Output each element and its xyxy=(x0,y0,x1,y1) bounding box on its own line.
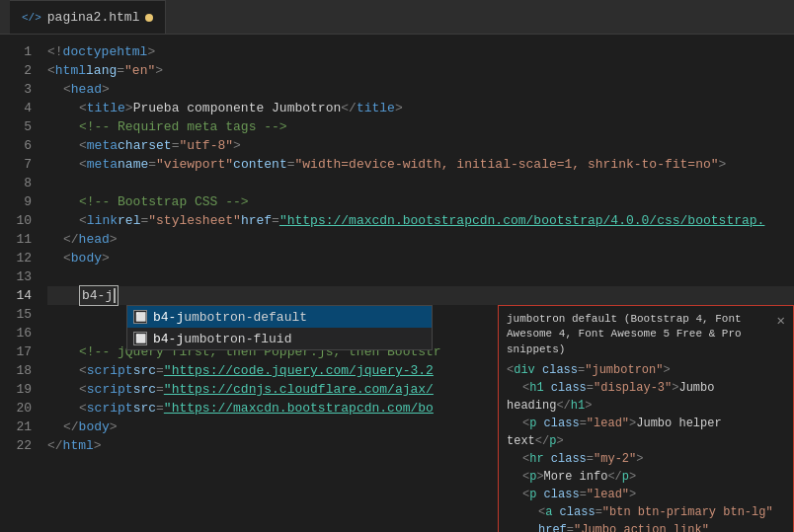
line-num-8: 8 xyxy=(0,174,32,192)
autocomplete-label-2: b4-jumbotron-fluid xyxy=(153,332,291,346)
line-num-6: 6 xyxy=(0,136,32,155)
line-num-19: 19 xyxy=(0,380,32,399)
modified-dot xyxy=(145,14,153,22)
code-line-11: </head> xyxy=(47,230,794,249)
line-num-5: 5 xyxy=(0,117,32,136)
code-line-13 xyxy=(47,267,794,286)
line-num-16: 16 xyxy=(0,324,32,342)
line-num-10: 10 xyxy=(0,211,32,230)
autocomplete-item-1[interactable]: ⬜ b4-jumbotron-default xyxy=(127,306,432,328)
code-line-1: <!doctype html> xyxy=(47,42,794,61)
preview-code-line-7: <a class="btn btn-primary btn-lg" xyxy=(507,503,785,521)
preview-header: jumbotron default (Bootstrap 4, Font Awe… xyxy=(507,312,785,357)
code-line-8 xyxy=(47,174,794,192)
code-line-5: <!-- Required meta tags --> xyxy=(47,117,794,136)
code-line-10: <link rel="stylesheet" href="https://max… xyxy=(47,211,794,230)
line-num-21: 21 xyxy=(0,418,32,436)
preview-code-line-6: <p class="lead"> xyxy=(507,486,785,503)
tab-bar: </> pagina2.html xyxy=(0,0,794,35)
line-num-18: 18 xyxy=(0,361,32,380)
preview-title: jumbotron default (Bootstrap 4, Font Awe… xyxy=(507,312,763,357)
preview-code-line-8: href="Jumbo_action_link" xyxy=(507,521,785,532)
preview-code-line-5: <p>More info</p> xyxy=(507,468,785,486)
code-line-3: <head> xyxy=(47,80,794,99)
line-num-15: 15 xyxy=(0,305,32,324)
line-num-17: 17 xyxy=(0,342,32,361)
autocomplete-label-1: b4-jumbotron-default xyxy=(153,310,307,325)
line-num-2: 2 xyxy=(0,61,32,80)
snippet-icon-1: ⬜ xyxy=(133,310,147,324)
line-num-1: 1 xyxy=(0,42,32,61)
tab-filename: pagina2.html xyxy=(47,10,140,25)
code-line-12: <body> xyxy=(47,249,794,267)
autocomplete-dropdown[interactable]: ⬜ b4-jumbotron-default ⬜ b4-jumbotron-fl… xyxy=(126,305,433,350)
editor: 1 2 3 4 5 6 7 8 9 10 11 12 13 14 15 16 1… xyxy=(0,35,794,532)
line-num-7: 7 xyxy=(0,155,32,174)
file-icon: </> xyxy=(22,12,41,24)
preview-panel: jumbotron default (Bootstrap 4, Font Awe… xyxy=(498,305,794,532)
line-numbers: 1 2 3 4 5 6 7 8 9 10 11 12 13 14 15 16 1… xyxy=(0,35,40,532)
preview-code-line-3: <p class="lead">Jumbo helper text</p> xyxy=(507,415,785,450)
preview-close-button[interactable]: ✕ xyxy=(777,312,785,357)
line-num-13: 13 xyxy=(0,267,32,286)
typed-text: b4-j xyxy=(79,285,119,306)
code-line-9: <!-- Bootstrap CSS --> xyxy=(47,192,794,211)
line-num-11: 11 xyxy=(0,230,32,249)
code-editor[interactable]: <!doctype html> <html lang="en"> <head> … xyxy=(40,35,794,532)
line-num-14: 14 xyxy=(0,286,32,305)
autocomplete-item-2[interactable]: ⬜ b4-jumbotron-fluid xyxy=(127,328,432,349)
line-num-12: 12 xyxy=(0,249,32,267)
snippet-icon-2: ⬜ xyxy=(133,332,147,345)
code-line-4: <title>Prueba componente Jumbotron</titl… xyxy=(47,99,794,117)
preview-code-line-1: <div class="jumbotron"> xyxy=(507,361,785,379)
preview-code-block: <div class="jumbotron"> <h1 class="displ… xyxy=(507,361,785,532)
preview-code-line-4: <hr class="my-2"> xyxy=(507,450,785,468)
code-line-7: <meta name="viewport" content="width=dev… xyxy=(47,155,794,174)
preview-code-line-2: <h1 class="display-3">Jumbo heading</h1> xyxy=(507,379,785,415)
line-num-22: 22 xyxy=(0,436,32,455)
code-line-6: <meta charset="utf-8"> xyxy=(47,136,794,155)
line-num-9: 9 xyxy=(0,192,32,211)
code-line-14: b4-j xyxy=(47,286,794,305)
line-num-4: 4 xyxy=(0,99,32,117)
editor-tab[interactable]: </> pagina2.html xyxy=(10,0,166,34)
line-num-20: 20 xyxy=(0,399,32,418)
code-line-2: <html lang="en"> xyxy=(47,61,794,80)
line-num-3: 3 xyxy=(0,80,32,99)
